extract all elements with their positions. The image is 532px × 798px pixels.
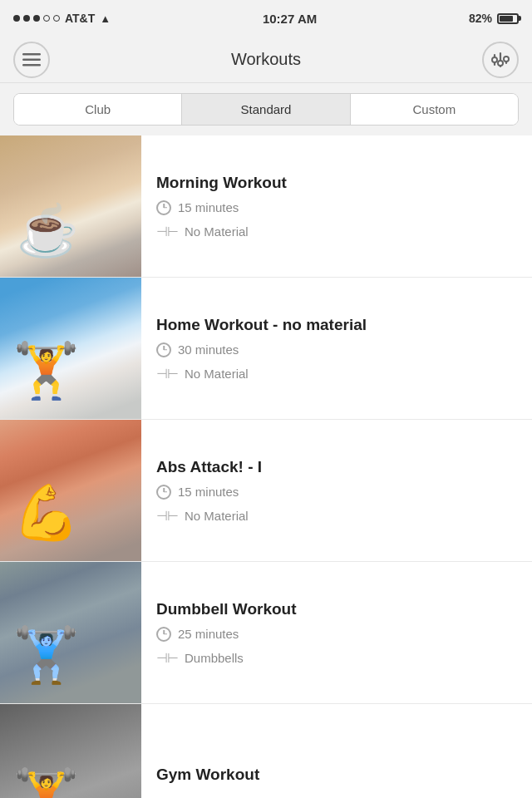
workout-thumb-home [0, 278, 141, 419]
workout-name-abs: Abs Attack! - I [156, 458, 517, 476]
filter-icon [491, 52, 510, 68]
dumbbell-icon-home: ⊣⊢ [156, 366, 178, 382]
segment-custom[interactable]: Custom [351, 94, 518, 125]
workout-info-home: Home Workout - no material 30 minutes ⊣⊢… [141, 278, 532, 419]
menu-button[interactable] [13, 42, 50, 78]
segment-club[interactable]: Club [14, 94, 181, 125]
workout-item-home[interactable]: Home Workout - no material 30 minutes ⊣⊢… [0, 278, 532, 420]
workout-duration-home: 30 minutes [156, 342, 517, 357]
svg-point-8 [504, 57, 509, 62]
workout-material-home: ⊣⊢ No Material [156, 366, 517, 382]
workout-duration-morning: 15 minutes [156, 200, 517, 215]
workout-info-gym: Gym Workout [141, 704, 532, 798]
svg-rect-1 [22, 58, 41, 61]
workout-material-text-dumbbell: Dumbbells [185, 651, 244, 665]
workout-material-text-morning: No Material [185, 224, 249, 239]
workout-name-gym: Gym Workout [156, 766, 517, 784]
svg-point-6 [492, 57, 497, 62]
workout-name-home: Home Workout - no material [156, 316, 517, 334]
segment-standard[interactable]: Standard [182, 94, 349, 125]
status-right: 82% [469, 12, 519, 25]
segment-control: Club Standard Custom [13, 93, 519, 126]
workout-item-abs[interactable]: Abs Attack! - I 15 minutes ⊣⊢ No Materia… [0, 420, 532, 562]
battery-fill [500, 16, 513, 22]
workout-thumb-gym [0, 704, 141, 798]
dumbbell-icon-morning: ⊣⊢ [156, 224, 178, 239]
workout-duration-text-home: 30 minutes [178, 342, 239, 357]
workout-duration-text-abs: 15 minutes [178, 485, 239, 499]
workout-info-abs: Abs Attack! - I 15 minutes ⊣⊢ No Materia… [141, 420, 532, 561]
dot-5 [53, 15, 60, 22]
workout-name-morning: Morning Workout [156, 174, 517, 192]
workout-material-text-abs: No Material [185, 509, 249, 523]
dot-2 [23, 15, 30, 22]
workout-item-morning[interactable]: Morning Workout 15 minutes ⊣⊢ No Materia… [0, 135, 532, 278]
workout-info-morning: Morning Workout 15 minutes ⊣⊢ No Materia… [141, 135, 532, 277]
workout-thumb-morning [0, 135, 141, 277]
signal-dots [13, 15, 60, 22]
workout-item-dumbbell[interactable]: Dumbbell Workout 25 minutes ⊣⊢ Dumbbells [0, 562, 532, 704]
clock-icon-morning [156, 200, 171, 215]
workout-duration-dumbbell: 25 minutes [156, 627, 517, 642]
hamburger-icon [22, 53, 41, 66]
svg-rect-0 [22, 53, 41, 56]
workout-material-abs: ⊣⊢ No Material [156, 508, 517, 524]
workout-list: Morning Workout 15 minutes ⊣⊢ No Materia… [0, 135, 532, 798]
workout-duration-text-morning: 15 minutes [178, 200, 239, 214]
workout-material-dumbbell: ⊣⊢ Dumbbells [156, 650, 517, 666]
dumbbell-icon-abs: ⊣⊢ [156, 508, 178, 524]
status-left: AT&T ▲ [13, 12, 111, 25]
nav-title: Workouts [231, 50, 301, 69]
workout-material-morning: ⊣⊢ No Material [156, 224, 517, 239]
dot-4 [43, 15, 50, 22]
workout-duration-text-dumbbell: 25 minutes [178, 627, 239, 641]
carrier-label: AT&T [65, 12, 95, 25]
workout-thumb-abs [0, 420, 141, 561]
dumbbell-icon-dumbbell: ⊣⊢ [156, 650, 178, 666]
workout-info-dumbbell: Dumbbell Workout 25 minutes ⊣⊢ Dumbbells [141, 562, 532, 703]
workout-thumb-dumbbell [0, 562, 141, 703]
battery-icon [497, 13, 519, 24]
status-time: 10:27 AM [263, 12, 317, 26]
workout-material-text-home: No Material [185, 367, 249, 381]
wifi-icon: ▲ [100, 12, 111, 25]
workout-item-gym[interactable]: Gym Workout [0, 704, 532, 798]
status-bar: AT&T ▲ 10:27 AM 82% [0, 0, 532, 37]
svg-rect-2 [22, 64, 41, 66]
svg-point-7 [498, 61, 503, 66]
clock-icon-abs [156, 485, 171, 500]
battery-percent: 82% [469, 12, 492, 25]
filter-button[interactable] [482, 42, 519, 78]
workout-name-dumbbell: Dumbbell Workout [156, 600, 517, 618]
nav-bar: Workouts [0, 37, 532, 83]
dot-1 [13, 15, 20, 22]
dot-3 [33, 15, 40, 22]
clock-icon-home [156, 342, 171, 357]
workout-duration-abs: 15 minutes [156, 485, 517, 500]
clock-icon-dumbbell [156, 627, 171, 642]
